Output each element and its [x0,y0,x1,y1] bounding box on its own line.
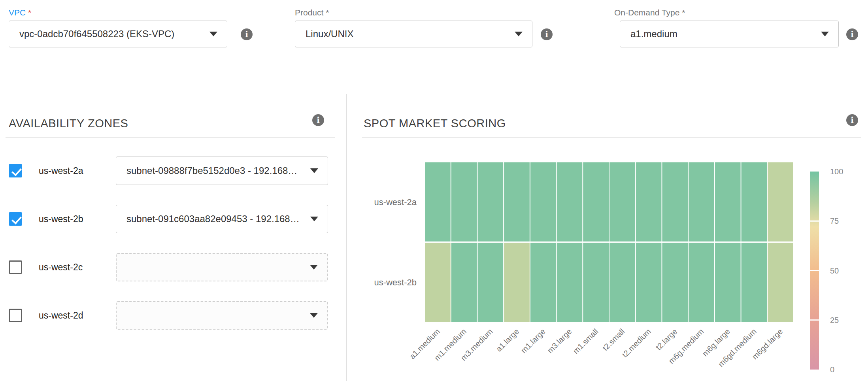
heatmap-cell[interactable] [583,162,609,242]
heatmap-cell[interactable] [451,162,477,242]
product-label-text: Product [295,8,323,17]
page: VPC * vpc-0adcb70f645508223 (EKS-VPC) i … [0,0,868,381]
heatmap-cell[interactable] [636,162,662,242]
heatmap-x-label: t2.medium [620,327,653,359]
subnet-select-value: subnet-091c603aa82e09453 - 192.168… [126,213,304,224]
info-icon[interactable]: i [312,114,324,126]
heatmap-x-label: m1.small [571,327,600,355]
vpc-label: VPC * [9,8,31,17]
heatmap-cell[interactable] [557,243,583,322]
product-select-value: Linux/UNIX [306,28,358,40]
heatmap-cell[interactable] [609,162,635,242]
product-required-mark: * [326,8,329,17]
info-icon[interactable]: i [541,28,553,40]
heatmap-y-label: us-west-2a [374,197,417,207]
zone-label: us-west-2a [39,157,83,185]
heatmap-x-label: m3.large [545,327,574,355]
on-demand-type-select[interactable]: a1.medium [620,21,839,47]
spot-market-title: SPOT MARKET SCORING [364,117,506,130]
heatmap-cell[interactable] [715,162,741,242]
heatmap-cell[interactable] [583,243,609,322]
heatmap-cell[interactable] [742,162,767,242]
heatmap-x-label: t2.small [601,327,626,352]
colorbar-gap [810,221,819,222]
subnet-select[interactable] [116,253,328,281]
zone-label: us-west-2d [39,301,83,330]
chevron-down-icon [209,32,217,36]
heatmap-cell[interactable] [715,243,741,322]
heatmap-cell[interactable] [477,243,503,322]
vpc-select[interactable]: vpc-0adcb70f645508223 (EKS-VPC) [9,21,227,47]
subnet-select[interactable]: subnet-091c603aa82e09453 - 192.168… [116,205,328,233]
subnet-select[interactable]: subnet-09888f7be5152d0e3 - 192.168… [116,157,328,185]
az-row: us-west-2asubnet-09888f7be5152d0e3 - 192… [9,157,337,185]
heatmap-cell[interactable] [609,243,635,322]
colorbar-gap [810,270,819,271]
product-label: Product * [295,8,329,17]
heatmap-cell[interactable] [689,243,714,322]
chevron-down-icon [310,265,318,270]
heatmap-x-label: t2.large [654,327,679,352]
chevron-down-icon [310,217,318,221]
colorbar-tick-label: 75 [830,217,839,225]
chevron-down-icon [515,32,523,36]
on-demand-type-label-text: On-Demand Type [614,8,679,17]
spot-heatmap-svg: us-west-2aus-west-2ba1.mediumm1.mediumm3… [364,150,868,381]
availability-zones-title: AVAILABILITY ZONES [9,117,128,130]
availability-zones-divider [6,137,335,138]
chevron-down-icon [310,313,318,318]
heatmap-x-label: a1.large [494,327,521,353]
colorbar-tick-label: 25 [830,316,839,324]
info-icon[interactable]: i [846,28,858,40]
colorbar-gap [810,319,819,321]
az-row: us-west-2bsubnet-091c603aa82e09453 - 192… [9,205,337,233]
colorbar-tick-label: 50 [830,266,839,275]
vpc-select-value: vpc-0adcb70f645508223 (EKS-VPC) [19,28,179,40]
heatmap-cell[interactable] [477,162,503,242]
colorbar-tick-label: 0 [830,365,834,374]
on-demand-type-select-value: a1.medium [630,28,682,40]
info-icon[interactable]: i [846,114,858,126]
heatmap-cell[interactable] [662,162,688,242]
chevron-down-icon [821,32,829,36]
heatmap-cell[interactable] [504,162,530,242]
vpc-label-text: VPC [9,8,26,17]
heatmap-cell[interactable] [451,243,477,322]
heatmap-cell[interactable] [768,243,793,322]
heatmap-cell[interactable] [557,162,583,242]
heatmap-cell[interactable] [530,243,556,322]
spot-market-divider [362,137,861,138]
zone-label: us-west-2b [39,205,83,233]
heatmap-cell[interactable] [742,243,767,322]
on-demand-type-label: On-Demand Type * [614,8,685,17]
heatmap-cell[interactable] [662,243,688,322]
subnet-select[interactable] [116,301,328,330]
on-demand-type-required-mark: * [682,8,685,17]
colorbar-tick-label: 100 [830,167,843,176]
az-rows: us-west-2asubnet-09888f7be5152d0e3 - 192… [9,157,337,362]
heatmap-cell[interactable] [504,243,530,322]
zone-checkbox[interactable] [9,212,22,226]
heatmap-cell[interactable] [425,162,451,242]
product-select[interactable]: Linux/UNIX [295,21,532,47]
vpc-required-mark: * [28,8,31,17]
zone-checkbox[interactable] [9,164,22,177]
chevron-down-icon [310,168,318,173]
subnet-select-value: subnet-09888f7be5152d0e3 - 192.168… [126,165,302,176]
zone-label: us-west-2c [39,253,83,281]
heatmap-cell[interactable] [530,162,556,242]
az-row: us-west-2d [9,301,337,330]
info-icon[interactable]: i [241,28,253,40]
heatmap-cell[interactable] [768,162,793,242]
heatmap-y-label: us-west-2b [374,277,417,287]
heatmap-cell[interactable] [425,243,451,322]
az-row: us-west-2c [9,253,337,281]
zone-checkbox[interactable] [9,309,22,322]
heatmap-x-label: m1.large [519,327,547,355]
panel-divider [346,94,347,381]
zone-checkbox[interactable] [9,260,22,274]
heatmap-cell[interactable] [636,243,662,322]
heatmap-cell[interactable] [689,162,714,242]
